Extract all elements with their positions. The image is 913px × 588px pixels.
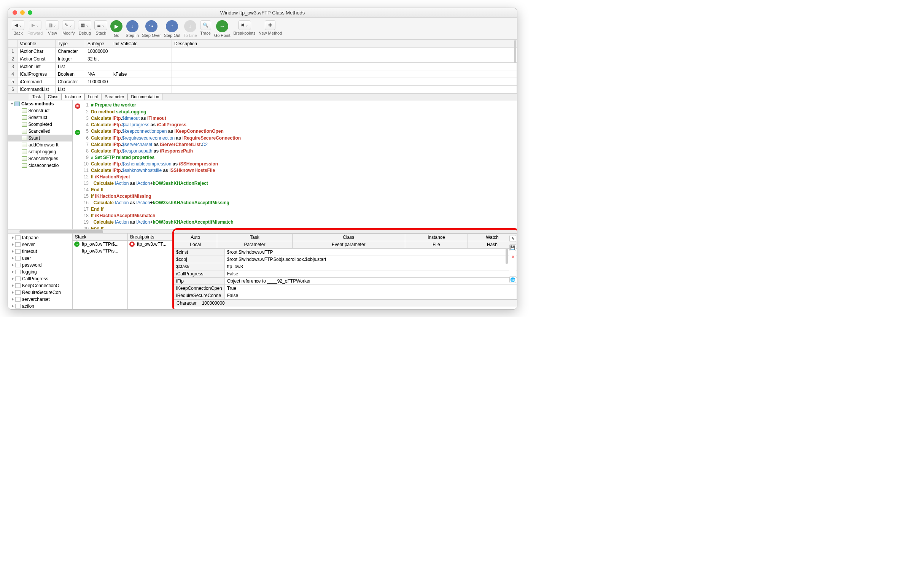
close-icon[interactable] xyxy=(13,10,17,15)
col-variable[interactable]: Variable xyxy=(18,40,55,48)
newmethod-button[interactable]: ✚ xyxy=(265,20,275,30)
code-line[interactable]: 14End If xyxy=(75,187,515,193)
tree-method[interactable]: $completed xyxy=(8,121,72,128)
inspect-tab-event-parameter[interactable]: Event parameter xyxy=(292,241,405,248)
trace-button[interactable]: 🔍 xyxy=(200,20,211,30)
scope-tab-class[interactable]: Class xyxy=(45,94,62,100)
stepout-button[interactable]: ↑ xyxy=(166,20,178,32)
tree-method[interactable]: setupLogging xyxy=(8,148,72,155)
col-type[interactable]: Type xyxy=(55,40,85,48)
go-button[interactable]: ▶ xyxy=(110,20,123,32)
back-button[interactable]: ◀ xyxy=(12,20,24,30)
code-line[interactable]: 15If iKHactionAcceptIfMissing xyxy=(75,193,515,200)
code-line[interactable]: 12If iKHactionReject xyxy=(75,174,515,180)
zoom-icon[interactable] xyxy=(28,10,32,15)
variable-row[interactable]: 2iActionConstInteger32 bit xyxy=(8,55,517,63)
breakpoint-icon[interactable]: ✖ xyxy=(75,103,80,109)
code-line[interactable]: 2Do method setupLogging xyxy=(75,109,515,115)
code-line[interactable]: 9# Set SFTP related properties xyxy=(75,154,515,161)
inspect-row[interactable]: iFtpObject reference to ____92_oFTPWorke… xyxy=(174,278,517,285)
inspect-tab-file[interactable]: File xyxy=(405,241,467,248)
class-tree-bottom[interactable]: tabpaneservertimeoutuserpasswordloggingC… xyxy=(8,234,73,309)
stack-row[interactable]: →ftp_ow3.wFTP/$... xyxy=(73,241,128,247)
gopoint-button[interactable]: → xyxy=(216,20,228,32)
breakpoint-row[interactable]: ✖ftp_ow3.wFT... xyxy=(128,241,173,247)
code-editor[interactable]: ✖1# Prepare the worker2Do method setupLo… xyxy=(73,100,517,229)
code-line[interactable]: 13 Calculate lAction as lAction+kOW3sshK… xyxy=(75,180,515,187)
toline-button[interactable]: ↓ xyxy=(184,20,196,32)
tree-root[interactable]: Class methods xyxy=(8,100,72,107)
code-line[interactable]: 8Calculate iFtp.$responsepath as iRespon… xyxy=(75,148,515,154)
code-line[interactable]: ✖1# Prepare the worker xyxy=(75,102,515,109)
stack-row[interactable]: ftp_ow3.wFTP/s... xyxy=(73,247,128,254)
inspect-row[interactable]: iCallProgressFalse xyxy=(174,270,517,278)
code-line[interactable]: 16 Calculate lAction as lAction+kOW3sshK… xyxy=(75,200,515,206)
tree-item[interactable]: tabpane xyxy=(8,234,72,241)
stepover-button[interactable]: ↷ xyxy=(145,20,157,32)
inspect-tab-instance[interactable]: Instance xyxy=(405,234,467,241)
tree-method[interactable]: $start xyxy=(8,135,72,142)
tree-method[interactable]: addObrowserIt xyxy=(8,142,72,148)
tree-item[interactable]: timeout xyxy=(8,248,72,255)
breakpoints-button[interactable]: ✖ xyxy=(238,20,251,30)
tree-item[interactable]: server xyxy=(8,241,72,248)
code-line[interactable]: 18If iKHactionAcceptIfMismatch xyxy=(75,213,515,219)
tree-item[interactable]: user xyxy=(8,255,72,262)
code-line[interactable]: 17End If xyxy=(75,206,515,213)
minimize-icon[interactable] xyxy=(20,10,25,15)
code-line[interactable]: →5Calculate iFtp.$keepconnectionopen as … xyxy=(75,128,515,135)
tree-item[interactable]: servercharset xyxy=(8,296,72,303)
tree-method[interactable]: $destruct xyxy=(8,114,72,121)
save-icon[interactable]: 💾 xyxy=(509,244,516,251)
tree-item[interactable]: logging xyxy=(8,268,72,275)
scope-tab-instance[interactable]: Instance xyxy=(61,94,84,100)
inspect-row[interactable]: $cobj$root.$iwindows.wFTP.$objs.scrollbo… xyxy=(174,256,517,263)
inspect-row[interactable]: $cinst$root.$iwindows.wFTP xyxy=(174,249,517,256)
code-line[interactable]: 3Calculate iFtp.$timeout as iTimeout xyxy=(75,115,515,122)
scrollbar[interactable] xyxy=(514,40,516,63)
tree-item[interactable]: KeepConnectionO xyxy=(8,282,72,289)
class-tree[interactable]: Class methods$construct$destruct$complet… xyxy=(8,100,73,229)
tree-item[interactable]: action xyxy=(8,303,72,309)
code-line[interactable]: 19 Calculate lAction as lAction+kOW3sshK… xyxy=(75,219,515,226)
col-description[interactable]: Description xyxy=(172,40,517,48)
view-button[interactable]: ▥ xyxy=(46,20,59,30)
tree-method[interactable]: $cancelled xyxy=(8,128,72,135)
tree-item[interactable]: password xyxy=(8,262,72,268)
delete-icon[interactable]: ✕ xyxy=(509,253,516,260)
inspect-tab-task[interactable]: Task xyxy=(217,234,292,241)
variable-row[interactable]: 4iCallProgressBooleanN/AkFalse xyxy=(8,70,517,78)
edit-icon[interactable]: ✎ xyxy=(509,235,516,242)
inspect-tab-auto[interactable]: Auto xyxy=(174,234,217,241)
inspect-tab-parameter[interactable]: Parameter xyxy=(217,241,292,248)
scope-tab-task[interactable]: Task xyxy=(29,94,45,100)
inspect-tab-local[interactable]: Local xyxy=(174,241,217,248)
inspect-row[interactable]: iRequireSecureConneFalse xyxy=(174,292,517,299)
stepin-button[interactable]: ↓ xyxy=(126,20,139,32)
scope-tab-local[interactable]: Local xyxy=(84,94,101,100)
code-line[interactable]: 11Calculate iFtp.$sshknownhostsfile as i… xyxy=(75,167,515,174)
modify-button[interactable]: ✎ xyxy=(62,20,75,30)
code-line[interactable]: 4Calculate iFtp.$callprogress as iCallPr… xyxy=(75,122,515,128)
variable-row[interactable]: 6iCommandListList xyxy=(8,86,517,93)
code-line[interactable]: 10Calculate iFtp.$sshenablecompression a… xyxy=(75,161,515,167)
inspect-row[interactable]: iKeepConnectionOpenTrue xyxy=(174,285,517,292)
tree-method[interactable]: $cancelreques xyxy=(8,155,72,162)
tree-method[interactable]: closeconnectio xyxy=(8,162,72,169)
tree-method[interactable]: $construct xyxy=(8,107,72,114)
tree-item[interactable]: RequireSecureCon xyxy=(8,289,72,296)
stack-button[interactable]: ≣ xyxy=(94,20,107,30)
inspect-row[interactable]: $ctaskftp_ow3 xyxy=(174,263,517,270)
col-subtype[interactable]: Subtype xyxy=(85,40,111,48)
globe-icon[interactable]: 🌐 xyxy=(509,276,516,283)
variable-row[interactable]: 3iActionListList xyxy=(8,63,517,70)
inspect-tab-class[interactable]: Class xyxy=(292,234,405,241)
scope-tab-documentation[interactable]: Documentation xyxy=(128,94,162,100)
variable-row[interactable]: 1iActionCharCharacter10000000 xyxy=(8,48,517,55)
code-line[interactable]: 7Calculate iFtp.$servercharset as iServe… xyxy=(75,142,515,148)
scope-tab-parameter[interactable]: Parameter xyxy=(101,94,128,100)
tree-item[interactable]: CallProgress xyxy=(8,275,72,282)
inspector-scrollbar[interactable] xyxy=(506,249,508,264)
col-init.val/calc[interactable]: Init.Val/Calc xyxy=(111,40,172,48)
code-line[interactable]: 6Calculate iFtp.$requiresecureconnection… xyxy=(75,135,515,142)
